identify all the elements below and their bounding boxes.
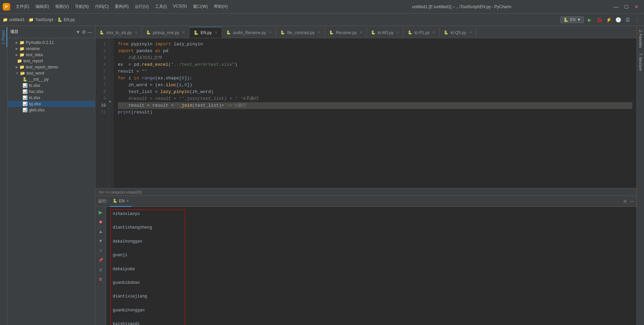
tab-close-icon[interactable]: ✕ xyxy=(469,30,472,35)
breadcrumb-file[interactable]: EN.py xyxy=(64,17,75,22)
code-content[interactable]: from pypinyin import lazy_pinyin import … xyxy=(114,38,637,188)
menu-nav[interactable]: 导航(N) xyxy=(72,2,92,11)
tree-label: hxc.xlsx xyxy=(29,89,44,94)
run-wrap-button[interactable]: ≡ xyxy=(97,246,105,254)
line-num-11: 11 xyxy=(95,109,106,116)
tab-close-icon[interactable]: ✕ xyxy=(359,30,362,35)
minimize-button[interactable]: — xyxy=(611,2,621,12)
sidebar-tab-favorites[interactable]: 2: Favorites xyxy=(637,27,644,50)
tab-kt-q5[interactable]: 🐍 kt-Q5.py ✕ xyxy=(440,27,476,38)
xlsx-icon: 📊 xyxy=(22,102,28,106)
tree-label: gkkt.xlsx xyxy=(29,108,45,112)
panel-settings-icon[interactable]: ⚙ xyxy=(82,29,86,35)
run-print-button[interactable]: 🖨 xyxy=(97,265,105,274)
tab-close-icon[interactable]: ✕ xyxy=(317,30,320,35)
project-panel-header: 项目 ▼ ⚙ — xyxy=(7,26,95,38)
code-breadcrumb-bar: for i in range(ex.shape[0]) xyxy=(95,188,637,196)
line-num-1: 1 xyxy=(95,41,106,48)
menu-code[interactable]: 代码(C) xyxy=(92,2,112,11)
tree-item-testreportdemo[interactable]: ▶ 📁 test_report_demo xyxy=(7,64,95,70)
tree-label: lyj.xlsx xyxy=(29,102,41,106)
menu-refactor[interactable]: 重构(R) xyxy=(112,2,131,11)
tree-item-lyj[interactable]: 📊 lyj.xlsx xyxy=(7,101,95,107)
menu-file[interactable]: 文件(E) xyxy=(13,2,32,11)
breadcrumb-script[interactable]: ToolScript xyxy=(35,17,53,22)
run-stop-button[interactable]: ■ xyxy=(97,218,105,226)
folder-icon: 📁 xyxy=(19,65,25,69)
run-scroll-down[interactable]: ▼ xyxy=(97,237,105,245)
coverage-button[interactable]: ⚡ xyxy=(604,16,613,24)
tree-item-kt[interactable]: 📊 kt.xlsx xyxy=(7,95,95,101)
code-line-3: #读入EXCEL文件 xyxy=(118,55,632,61)
debug-button[interactable]: 🐞 xyxy=(595,16,603,24)
menu-edit[interactable]: 编辑(E) xyxy=(33,2,52,11)
tab-bar: 🐍 xlsx_to_xls.py ✕ 🐍 pickup_one.py ✕ 🐍 E… xyxy=(95,26,637,38)
menu-run[interactable]: 运行(U) xyxy=(132,2,152,11)
tab-file-contrast[interactable]: 🐍 file_contrast.py ✕ xyxy=(276,27,325,38)
menu-help[interactable]: 帮助(H) xyxy=(211,2,231,11)
tab-rename[interactable]: 🐍 Rename.py ✕ xyxy=(325,27,367,38)
tab-kt-m3[interactable]: 🐍 kt-M3.py ✕ xyxy=(367,27,404,38)
run-scroll-up[interactable]: ▲ xyxy=(97,227,105,235)
folder-icon: 📁 xyxy=(19,52,25,57)
run-config-select[interactable]: 🐍 EN ▼ xyxy=(560,16,584,23)
tree-item-fs[interactable]: 📊 fs.xlsx xyxy=(7,82,95,89)
xlsx-icon: 📊 xyxy=(22,83,28,88)
maximize-button[interactable]: ☐ xyxy=(622,2,631,12)
window-controls: — ☐ ✕ xyxy=(611,2,641,12)
tab-label: pickup_one.py xyxy=(153,30,179,35)
output-line-4: guanji xyxy=(113,252,183,259)
run-button[interactable]: ▶ xyxy=(585,16,594,24)
tree-item-init[interactable]: 🐍 __init__.py xyxy=(7,76,95,82)
tree-item-testdata[interactable]: ▶ 📁 test_data xyxy=(7,52,95,58)
code-line-6: for i in range(ex.shape[0]): xyxy=(118,75,632,82)
code-line-10: result = result +''.join(test_list)+'\n'… xyxy=(118,102,632,109)
menu-view[interactable]: 视图(V) xyxy=(52,2,72,11)
run-config-dropdown-icon: ▼ xyxy=(577,17,581,22)
run-panel-settings-icon[interactable]: ⚙ xyxy=(623,199,627,204)
panel-minimize-icon[interactable]: — xyxy=(88,29,92,35)
run-delete-button[interactable]: 🗑 xyxy=(97,275,105,283)
output-line-2: diantishangsheng xyxy=(113,224,183,231)
tab-close-icon[interactable]: ✕ xyxy=(215,30,218,35)
tree-item-testreport[interactable]: 📁 test_report xyxy=(7,58,95,64)
tree-item-rename[interactable]: ▶ 📁 rename xyxy=(7,46,95,52)
navbar: 📁 untitled1 › 📁 ToolScript › 🐍 EN.py 🐍 E… xyxy=(0,14,644,26)
code-editor[interactable]: 1 2 3 4 5 6 7 8 9 10 11 ▶ xyxy=(95,38,637,188)
right-sidebar-tabs: 2: Favorites 7: Structure xyxy=(637,26,644,325)
close-button[interactable]: ✕ xyxy=(632,2,641,12)
sidebar-tab-structure[interactable]: 7: Structure xyxy=(637,50,644,74)
titlebar: P 文件(E) 编辑(E) 视图(V) 导航(N) 代码(C) 重构(R) 运行… xyxy=(0,0,644,14)
tab-audio-rename[interactable]: 🐍 audio_Rename.py ✕ xyxy=(222,27,276,38)
tab-close-icon[interactable]: ✕ xyxy=(135,30,138,35)
tab-close-icon[interactable]: ✕ xyxy=(269,30,272,35)
run-tab-close[interactable]: ✕ xyxy=(126,199,129,203)
panel-dropdown-icon[interactable]: ▼ xyxy=(76,29,80,35)
tree-item-gkkt[interactable]: 📊 gkkt.xlsx xyxy=(7,107,95,113)
sidebar-tab-project[interactable]: 1: Project xyxy=(0,27,7,47)
tab-kt-p1[interactable]: 🐍 kt-P1.py ✕ xyxy=(404,27,440,38)
tab-close-icon[interactable]: ✕ xyxy=(432,30,435,35)
menu-window[interactable]: 窗口(W) xyxy=(190,2,210,11)
run-play-button[interactable]: ▶ xyxy=(97,208,105,216)
tree-item-pyaudio[interactable]: ▶ 📁 PyAudio-0.2.11 xyxy=(7,40,95,46)
menu-tools[interactable]: 工具(I) xyxy=(152,2,170,11)
tab-en[interactable]: 🐍 EN.py ✕ xyxy=(189,27,222,38)
line-num-6: 6 xyxy=(95,75,106,82)
tab-close-icon[interactable]: ✕ xyxy=(182,30,185,35)
run-panel-minimize-icon[interactable]: — xyxy=(630,199,634,204)
run-tab-en[interactable]: 🐍 EN ✕ xyxy=(110,196,131,207)
line-num-5: 5 xyxy=(95,68,106,75)
profile-button[interactable]: 🕐 xyxy=(614,16,622,24)
tab-close-icon[interactable]: ✕ xyxy=(396,30,399,35)
more-button[interactable]: ☰ xyxy=(624,16,632,24)
menu-vcs[interactable]: VCS(S) xyxy=(170,2,190,11)
run-pin-button[interactable]: 📌 xyxy=(97,256,105,264)
tree-item-hxc[interactable]: 📊 hxc.xlsx xyxy=(7,89,95,95)
code-line-8: test_list = lazy_pinyin(zh_word) xyxy=(118,89,632,95)
breadcrumb-project[interactable]: untitled1 xyxy=(9,17,25,22)
tab-xlsx-to-xls[interactable]: 🐍 xlsx_to_xls.py ✕ xyxy=(95,27,142,38)
tree-item-testword[interactable]: ▼ 📂 test_word xyxy=(7,70,95,76)
tree-label: kt.xlsx xyxy=(29,95,40,100)
tab-pickup-one[interactable]: 🐍 pickup_one.py ✕ xyxy=(142,27,189,38)
